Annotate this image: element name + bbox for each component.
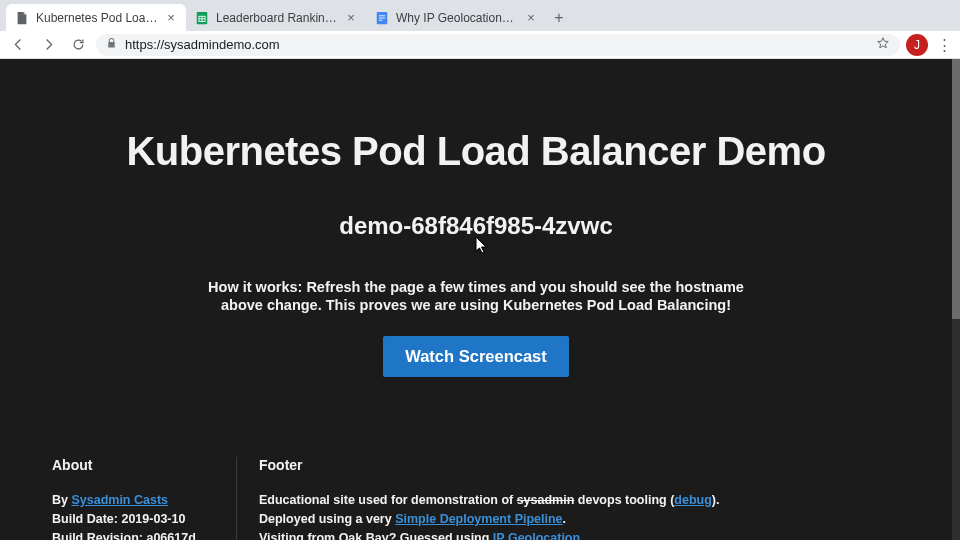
page-content: Kubernetes Pod Load Balancer Demo demo-6… xyxy=(0,59,952,540)
hostname: demo-68f846f985-4zvwc xyxy=(40,212,912,240)
footer-line-2: Deployed using a very Simple Deployment … xyxy=(259,510,860,529)
forward-button[interactable] xyxy=(36,33,60,57)
star-icon[interactable] xyxy=(876,36,890,53)
sheets-favicon-icon xyxy=(194,10,210,26)
footer-main-column: Footer Educational site used for demonst… xyxy=(236,457,900,540)
profile-avatar[interactable]: J xyxy=(906,34,928,56)
footer-line-1: Educational site used for demonstration … xyxy=(259,491,860,510)
footer-about-column: About By Sysadmin Casts Build Date: 2019… xyxy=(52,457,236,540)
build-date-line: Build Date: 2019-03-10 xyxy=(52,510,196,529)
tab-1[interactable]: Kubernetes Pod Load Balancer × xyxy=(6,4,186,31)
close-icon[interactable]: × xyxy=(164,11,178,25)
tab-title: Why IP Geolocation? - Google xyxy=(396,11,518,25)
tab-strip: Kubernetes Pod Load Balancer × Leaderboa… xyxy=(0,0,960,31)
watch-screencast-button[interactable]: Watch Screencast xyxy=(383,336,569,377)
about-by-line: By Sysadmin Casts xyxy=(52,491,196,510)
svg-rect-7 xyxy=(379,19,383,20)
ip-geolocation-link[interactable]: IP Geolocation xyxy=(493,531,580,540)
tab-3[interactable]: Why IP Geolocation? - Google × xyxy=(366,4,546,31)
hero-section: Kubernetes Pod Load Balancer Demo demo-6… xyxy=(0,59,952,417)
tab-2[interactable]: Leaderboard Ranking - Google × xyxy=(186,4,366,31)
svg-rect-6 xyxy=(379,17,385,18)
address-bar[interactable]: https://sysadmindemo.com xyxy=(96,34,900,56)
url-text: https://sysadmindemo.com xyxy=(125,37,868,52)
vertical-scrollbar[interactable] xyxy=(952,59,960,540)
scrollbar-thumb[interactable] xyxy=(952,59,960,319)
back-button[interactable] xyxy=(6,33,30,57)
reload-button[interactable] xyxy=(66,33,90,57)
how-it-works-text: How it works: Refresh the page a few tim… xyxy=(206,278,746,314)
kebab-menu-icon[interactable]: ⋮ xyxy=(934,36,954,54)
close-icon[interactable]: × xyxy=(344,11,358,25)
page-viewport: Kubernetes Pod Load Balancer Demo demo-6… xyxy=(0,59,960,540)
sysadmin-casts-link[interactable]: Sysadmin Casts xyxy=(71,493,168,507)
lock-icon xyxy=(106,37,117,52)
debug-link[interactable]: debug xyxy=(674,493,712,507)
pipeline-link[interactable]: Simple Deployment Pipeline xyxy=(395,512,562,526)
docs-favicon-icon xyxy=(374,10,390,26)
about-heading: About xyxy=(52,457,196,473)
new-tab-button[interactable]: + xyxy=(546,5,572,31)
footer: About By Sysadmin Casts Build Date: 2019… xyxy=(0,417,952,540)
tab-title: Leaderboard Ranking - Google xyxy=(216,11,338,25)
footer-heading: Footer xyxy=(259,457,860,473)
browser-window: Kubernetes Pod Load Balancer × Leaderboa… xyxy=(0,0,960,540)
page-favicon-icon xyxy=(14,10,30,26)
tab-title: Kubernetes Pod Load Balancer xyxy=(36,11,158,25)
close-icon[interactable]: × xyxy=(524,11,538,25)
build-revision-line: Build Revision: a06617d xyxy=(52,529,196,540)
page-title: Kubernetes Pod Load Balancer Demo xyxy=(40,129,912,174)
svg-rect-5 xyxy=(379,15,385,16)
toolbar: https://sysadmindemo.com J ⋮ xyxy=(0,31,960,59)
footer-line-3: Visiting from Oak Bay? Guessed using IP … xyxy=(259,529,860,540)
